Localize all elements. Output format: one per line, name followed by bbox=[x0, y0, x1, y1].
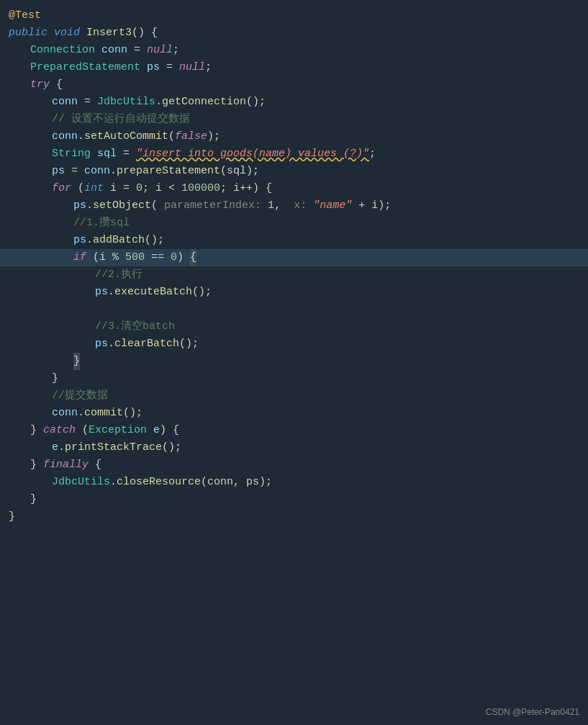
class-jdbcutils2: JdbcUtils bbox=[52, 474, 110, 491]
type-string: String bbox=[52, 145, 97, 163]
class-jdbcutils: JdbcUtils bbox=[97, 94, 155, 111]
num-0b: 0 bbox=[171, 249, 177, 266]
method-insert3: Insert3 bbox=[86, 24, 132, 42]
comment-execute: //2.执行 bbox=[95, 266, 143, 284]
method-closeresource: closeResource bbox=[117, 474, 201, 491]
line-method-close: } bbox=[0, 508, 588, 526]
line-for: for (int i = 0; i < 100000; i++) { bbox=[0, 180, 588, 197]
line-annotation: @Test bbox=[0, 7, 588, 24]
line-ps-decl: PreparedStatement ps = null; bbox=[0, 59, 588, 76]
line-for-close: } bbox=[0, 370, 588, 387]
method-setautocommit: setAutoCommit bbox=[84, 128, 168, 145]
comment-sql: //1.攒sql bbox=[73, 215, 130, 232]
num-500: 500 bbox=[125, 249, 145, 266]
method-executebatch: executeBatch bbox=[114, 284, 192, 301]
line-prepare-stmt: ps = conn.prepareStatement(sql); bbox=[0, 163, 588, 180]
line-comment-clear: //3.清空batch bbox=[0, 318, 588, 336]
type-exception: Exception bbox=[89, 422, 153, 439]
line-try: try { bbox=[0, 76, 588, 94]
kw-try: try bbox=[30, 76, 50, 94]
brace-close-for: } bbox=[52, 370, 58, 387]
kw-false: false bbox=[175, 128, 207, 145]
method-printstacktrace: printStackTrace bbox=[65, 439, 162, 456]
kw-void: void bbox=[54, 24, 86, 42]
line-closeresource: JdbcUtils.closeResource(conn, ps); bbox=[0, 474, 588, 491]
line-comment-execute: //2.执行 bbox=[0, 266, 588, 284]
kw-null: null bbox=[147, 42, 173, 59]
var-conn5: conn bbox=[52, 405, 78, 422]
var-ps2: ps bbox=[52, 163, 65, 180]
brace-close-method: } bbox=[9, 508, 15, 526]
param-index-hint: parameterIndex: bbox=[164, 197, 261, 215]
line-get-conn: conn = JdbcUtils.getConnection(); bbox=[0, 94, 588, 111]
var-ps: ps bbox=[147, 59, 160, 76]
kw-finally: finally bbox=[43, 456, 89, 474]
var-conn2: conn bbox=[52, 94, 78, 111]
brace-close-if: } bbox=[73, 353, 80, 370]
watermark: CSDN @Peter-Pan0421 bbox=[486, 706, 579, 719]
line-finally-close: } bbox=[0, 491, 588, 508]
comment-clear: //3.清空batch bbox=[95, 318, 175, 336]
method-preparestatement: prepareStatement bbox=[117, 163, 220, 180]
line-set-autocommit: conn.setAutoCommit(false); bbox=[0, 128, 588, 145]
var-conn3: conn bbox=[52, 128, 78, 145]
line-sql-decl: String sql = "insert into goods(name) va… bbox=[0, 145, 588, 163]
method-getconnection: getConnection bbox=[162, 94, 246, 111]
line-comment-sql: //1.攒sql bbox=[0, 215, 588, 232]
annotation-test: @Test bbox=[9, 7, 41, 24]
line-setobject: ps.setObject( parameterIndex: 1, x: "nam… bbox=[0, 197, 588, 215]
line-commit: conn.commit(); bbox=[0, 405, 588, 422]
num-0: 0 bbox=[136, 180, 143, 197]
line-conn-decl: Connection conn = null; bbox=[0, 42, 588, 59]
kw-if: if bbox=[73, 249, 86, 266]
method-setobject: setObject bbox=[93, 197, 151, 215]
method-clearbatch: clearBatch bbox=[114, 336, 179, 353]
op-assign2: = bbox=[160, 59, 179, 76]
num-1: 1 bbox=[268, 197, 274, 215]
brace-close-finally: } bbox=[30, 491, 37, 508]
var-conn: conn bbox=[101, 42, 127, 59]
line-empty1 bbox=[0, 301, 588, 318]
line-catch: } catch (Exception e) { bbox=[0, 422, 588, 439]
kw-public: public bbox=[9, 24, 54, 42]
line-executebatch: ps.executeBatch(); bbox=[0, 284, 588, 301]
op-assign: = bbox=[127, 42, 147, 59]
kw-catch: catch bbox=[43, 422, 76, 439]
str-insert: "insert into goods(name) values (?)" bbox=[136, 145, 369, 163]
var-ps4: ps bbox=[73, 232, 86, 249]
line-method-sig: public void Insert3() { bbox=[0, 24, 588, 42]
method-addbatch: addBatch bbox=[93, 232, 145, 249]
var-ps3: ps bbox=[73, 197, 86, 215]
var-e2: e bbox=[52, 439, 58, 456]
kw-null2: null bbox=[179, 59, 205, 76]
paren-open: () { bbox=[132, 24, 158, 42]
brace-open: { bbox=[190, 249, 196, 266]
var-sql: sql bbox=[97, 145, 117, 163]
type-connection: Connection bbox=[30, 42, 101, 59]
var-ps5: ps bbox=[95, 284, 108, 301]
comment-autocommit: // 设置不运行自动提交数据 bbox=[52, 111, 190, 128]
str-name: "name" bbox=[313, 197, 352, 215]
line-comment-commit: //提交数据 bbox=[0, 387, 588, 405]
line-addbatch: ps.addBatch(); bbox=[0, 232, 588, 249]
line-if: if (i % 500 == 0) { bbox=[0, 249, 588, 266]
line-comment-autocommit: // 设置不运行自动提交数据 bbox=[0, 111, 588, 128]
type-preparedstatement: PreparedStatement bbox=[30, 59, 147, 76]
var-ps6: ps bbox=[95, 336, 108, 353]
var-e: e bbox=[153, 422, 160, 439]
method-commit: commit bbox=[84, 405, 123, 422]
line-if-close: } bbox=[0, 353, 588, 370]
line-finally: } finally { bbox=[0, 456, 588, 474]
line-printstacktrace: e.printStackTrace(); bbox=[0, 439, 588, 456]
kw-int: int bbox=[84, 180, 104, 197]
num-100000: 100000 bbox=[181, 180, 220, 197]
var-conn4: conn bbox=[84, 163, 110, 180]
line-clearbatch: ps.clearBatch(); bbox=[0, 336, 588, 353]
param-x-hint: x: bbox=[294, 197, 307, 215]
comment-commit: //提交数据 bbox=[52, 387, 108, 405]
code-editor: @Test public void Insert3() { Connection… bbox=[0, 0, 588, 554]
kw-for: for bbox=[52, 180, 71, 197]
